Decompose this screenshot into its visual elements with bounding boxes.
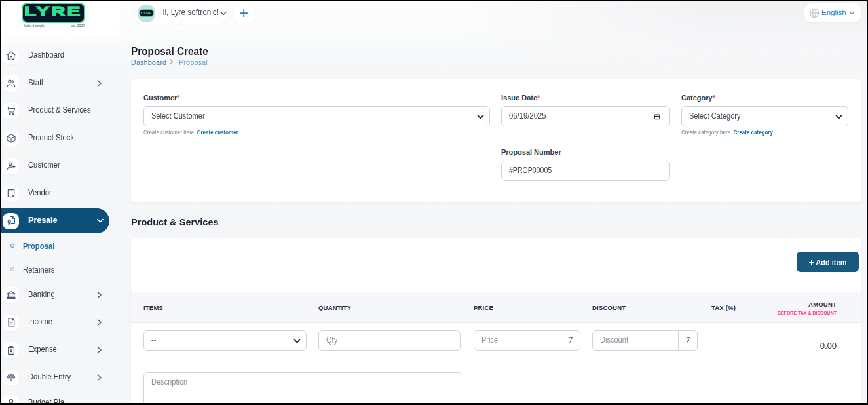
svg-text:$: $ [9, 347, 12, 353]
